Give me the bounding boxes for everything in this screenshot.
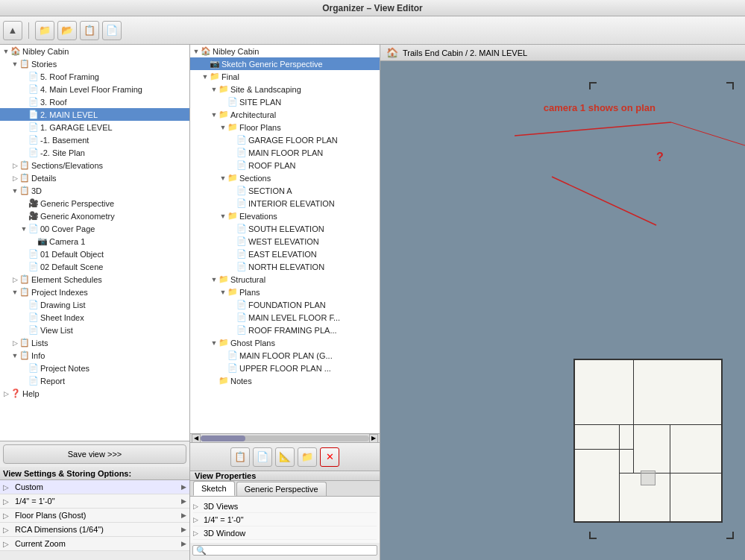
mid-tree-item-elevations[interactable]: ▼📁Elevations	[190, 210, 380, 222]
toggle-element-schedules[interactable]: ▷	[10, 276, 19, 283]
left-tree-item-camera1[interactable]: 📷Camera 1	[0, 235, 189, 248]
toggle-stories[interactable]: ▼	[10, 60, 19, 68]
middle-scrollbar[interactable]: ◀ ▶	[190, 433, 380, 442]
left-tree-item-lists[interactable]: ▷📋Lists	[0, 336, 189, 349]
left-tree-item-3d[interactable]: ▼📋3D	[0, 184, 189, 197]
search-box[interactable]	[192, 545, 377, 556]
left-tree-item-help[interactable]: ▷❓Help	[0, 387, 189, 400]
mid-toggle-final[interactable]: ▼	[201, 73, 210, 81]
settings-row-scale[interactable]: ▷ 1/4" = 1'-0" ▶	[0, 494, 189, 509]
left-tree-item-garage[interactable]: 📄1. GARAGE LEVEL	[0, 121, 189, 133]
toggle-cover-page[interactable]: ▼	[19, 225, 28, 233]
toggle-lists[interactable]: ▷	[10, 339, 19, 347]
mid-tree-item-notes[interactable]: 📁Notes	[190, 374, 380, 387]
left-tree-item-sections-elevations[interactable]: ▷📋Sections/Elevations	[0, 159, 189, 172]
left-tree-item-roof-framing[interactable]: 📄5. Roof Framing	[0, 70, 189, 83]
toolbar-back-btn[interactable]: ▲	[3, 21, 22, 40]
toggle-project-indexes[interactable]: ▼	[10, 289, 19, 296]
mid-tree-item-upper-floor-ghost[interactable]: 📄UPPER FLOOR PLAN ...	[190, 362, 380, 374]
left-tree-item-site-plan[interactable]: 📄-2. Site Plan	[0, 146, 189, 159]
left-tree-item-project-notes[interactable]: 📄Project Notes	[0, 362, 189, 374]
mid-toolbar-btn3[interactable]: 📐	[275, 447, 295, 467]
left-tree-item-info[interactable]: ▼📋Info	[0, 349, 189, 362]
mid-toolbar-btn2[interactable]: 📄	[253, 447, 272, 467]
left-tree-item-main-level[interactable]: 📄2. MAIN LEVEL	[0, 108, 189, 121]
settings-row-zoom[interactable]: ▷ Current Zoom ▶	[0, 537, 189, 551]
mid-tree-item-interior-elev[interactable]: 📄INTERIOR ELEVATION	[190, 197, 380, 210]
left-tree-item-drawing-list[interactable]: 📄Drawing List	[0, 298, 189, 311]
mid-tree-item-structural[interactable]: ▼📁Structural	[190, 273, 380, 286]
mid-toggle-plans[interactable]: ▼	[219, 289, 227, 296]
mid-tree-item-sections-m[interactable]: ▼📁Sections	[190, 172, 380, 184]
left-tree-item-report[interactable]: 📄Report	[0, 374, 189, 387]
left-tree-item-view-list[interactable]: 📄View List	[0, 324, 189, 336]
left-tree-item-stories[interactable]: ▼📋Stories	[0, 57, 189, 70]
mid-tree-item-architectural[interactable]: ▼📁Architectural	[190, 108, 380, 121]
toolbar-open-btn[interactable]: 📁	[35, 21, 54, 40]
toggle-details[interactable]: ▷	[10, 174, 19, 182]
mid-tree-item-site-landscaping[interactable]: ▼📁Site & Landscaping	[190, 83, 380, 95]
mid-toggle-floor-plans[interactable]: ▼	[219, 124, 227, 131]
mid-tree-item-final[interactable]: ▼📁Final	[190, 70, 380, 83]
left-tree-item-project-indexes[interactable]: ▼📋Project Indexes	[0, 286, 189, 298]
left-tree-item-cover-page[interactable]: ▼📄00 Cover Page	[0, 222, 189, 235]
left-tree-item-generic-persp[interactable]: 🎥Generic Perspective	[0, 197, 189, 210]
save-view-btn[interactable]: Save view >>>	[3, 444, 186, 464]
mid-toggle-site-landscaping[interactable]: ▼	[210, 86, 219, 93]
mid-toolbar-btn4[interactable]: 📁	[298, 447, 317, 467]
toggle-3d[interactable]: ▼	[10, 187, 19, 195]
left-tree-item-nibley-cabin[interactable]: ▼🏠Nibley Cabin	[0, 45, 189, 57]
mid-tree-item-foundation-plan[interactable]: 📄FOUNDATION PLAN	[190, 298, 380, 311]
scroll-thumb[interactable]	[201, 435, 245, 441]
mid-toggle-structural[interactable]: ▼	[210, 276, 219, 283]
mid-tree-item-site-plan-m[interactable]: 📄SITE PLAN	[190, 95, 380, 108]
scroll-left-btn[interactable]: ◀	[192, 434, 201, 443]
search-input[interactable]	[196, 546, 374, 555]
mid-tree-item-roof-plan[interactable]: 📄ROOF PLAN	[190, 159, 380, 172]
toggle-help[interactable]: ▷	[1, 390, 10, 397]
settings-row-floor-plans[interactable]: ▷ Floor Plans (Ghost) ▶	[0, 509, 189, 523]
left-tree-item-default-obj[interactable]: 📄01 Default Object	[0, 248, 189, 260]
left-tree-item-element-schedules[interactable]: ▷📋Element Schedules	[0, 273, 189, 286]
toolbar-folder-btn[interactable]: 📂	[57, 21, 77, 40]
left-tree-item-default-scene[interactable]: 📄02 Default Scene	[0, 260, 189, 273]
settings-row-rca[interactable]: ▷ RCA Dimensions (1/64") ▶	[0, 523, 189, 537]
mid-tree-item-floor-plans[interactable]: ▼📁Floor Plans	[190, 121, 380, 133]
mid-tree-item-main-floor-plan[interactable]: 📄MAIN LEVEL FLOOR F...	[190, 311, 380, 324]
toolbar-page-btn[interactable]: 📄	[102, 21, 122, 40]
mid-toggle-nibley-cabin-m[interactable]: ▼	[192, 48, 201, 55]
mid-toolbar-close-btn[interactable]: ✕	[320, 447, 339, 467]
mid-toggle-elevations[interactable]: ▼	[219, 213, 227, 220]
toolbar-doc-btn[interactable]: 📋	[80, 21, 99, 40]
tab-sketch[interactable]: Sketch	[193, 481, 235, 496]
mid-tree-item-south-elev[interactable]: 📄SOUTH ELEVATION	[190, 222, 380, 235]
mid-toolbar-btn1[interactable]: 📋	[230, 447, 250, 467]
left-tree-item-sheet-index[interactable]: 📄Sheet Index	[0, 311, 189, 324]
scroll-right-btn[interactable]: ▶	[369, 434, 378, 443]
left-tree-item-details[interactable]: ▷📋Details	[0, 172, 189, 184]
mid-tree-item-roof-framing-plan[interactable]: 📄ROOF FRAMING PLA...	[190, 324, 380, 336]
left-tree-item-main-floor[interactable]: 📄4. Main Level Floor Framing	[0, 83, 189, 95]
mid-tree-item-garage-fp[interactable]: 📄GARAGE FLOOR PLAN	[190, 133, 380, 146]
mid-tree-item-nibley-cabin-m[interactable]: ▼🏠Nibley Cabin	[190, 45, 380, 57]
mid-tree-item-east-elev[interactable]: 📄EAST ELEVATION	[190, 248, 380, 260]
scroll-track[interactable]	[201, 435, 369, 441]
left-tree-item-generic-axon[interactable]: 🎥Generic Axonometry	[0, 210, 189, 222]
toggle-info[interactable]: ▼	[10, 352, 19, 359]
left-tree-item-roof[interactable]: 📄3. Roof	[0, 95, 189, 108]
toggle-sections-elevations[interactable]: ▷	[10, 162, 19, 169]
mid-tree-item-north-elev[interactable]: 📄NORTH ELEVATION	[190, 260, 380, 273]
settings-row-custom[interactable]: ▷ Custom ▶	[0, 480, 189, 494]
mid-tree-item-west-elev[interactable]: 📄WEST ELEVATION	[190, 235, 380, 248]
mid-tree-item-plans[interactable]: ▼📁Plans	[190, 286, 380, 298]
mid-toggle-sections-m[interactable]: ▼	[219, 174, 227, 182]
mid-tree-item-section-a[interactable]: 📄SECTION A	[190, 184, 380, 197]
mid-toggle-ghost-plans[interactable]: ▼	[210, 339, 219, 347]
mid-tree-item-sketch-generic[interactable]: 📷Sketch Generic Perspective	[190, 57, 380, 70]
mid-tree-item-ghost-plans[interactable]: ▼📁Ghost Plans	[190, 336, 380, 349]
toggle-nibley-cabin[interactable]: ▼	[1, 48, 10, 55]
left-tree-item-basement[interactable]: 📄-1. Basement	[0, 133, 189, 146]
mid-tree-item-main-floor-ghost[interactable]: 📄MAIN FLOOR PLAN (G...	[190, 349, 380, 362]
mid-toggle-architectural[interactable]: ▼	[210, 111, 219, 119]
tab-generic-perspective[interactable]: Generic Perspective	[236, 482, 327, 496]
